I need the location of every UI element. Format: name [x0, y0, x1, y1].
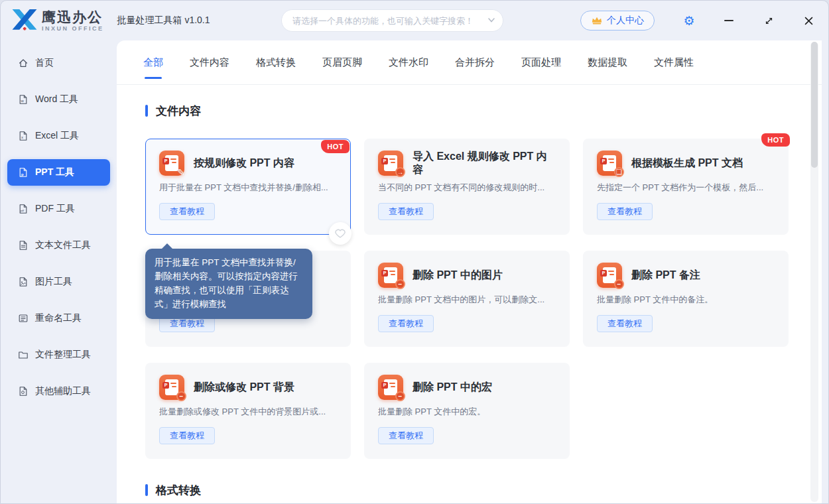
heart-icon: [334, 227, 346, 239]
ppt-background-delete-icon: P−: [159, 375, 184, 400]
word-doc-icon: w: [18, 94, 29, 105]
svg-text:x: x: [21, 135, 23, 139]
tool-card-header: P−删除 PPT 中的图片: [378, 262, 556, 288]
tool-card-title: 删除 PPT 备注: [631, 269, 700, 282]
settings-button[interactable]: ⚙: [681, 13, 697, 29]
sidebar-item-text-file-tools[interactable]: 文本文件工具: [7, 232, 110, 259]
sidebar-item-word-tools[interactable]: wWord 工具: [7, 86, 110, 113]
tooltip: 用于批量在 PPT 文档中查找并替换/删除相关内容。可以按指定内容进行精确查找，…: [145, 249, 312, 319]
app-logo: 鹰迅办公 INXUN OFFICE: [10, 7, 104, 34]
tab-file-properties[interactable]: 文件属性: [653, 52, 695, 73]
tool-card-header: P−删除 PPT 中的宏: [378, 374, 556, 401]
tab-data-extract[interactable]: 数据提取: [586, 52, 629, 73]
tab-all[interactable]: 全部: [142, 52, 164, 73]
close-icon: [804, 17, 813, 25]
ppt-edit-icon: P✎: [159, 151, 184, 176]
tab-file-content[interactable]: 文件内容: [188, 52, 231, 73]
titlebar-controls: 个人中心 ⚙: [580, 11, 828, 31]
sidebar-item-label: 其他辅助工具: [35, 385, 91, 397]
tooltip-text: 用于批量在 PPT 文档中查找并替换/删除相关内容。可以按指定内容进行精确查找，…: [155, 257, 298, 309]
tool-card-title: 删除 PPT 中的宏: [413, 381, 492, 394]
tab-file-watermark[interactable]: 文件水印: [387, 52, 430, 73]
brand: 鹰迅办公 INXUN OFFICE: [42, 10, 104, 32]
section-accent-bar: [145, 105, 148, 117]
scrollbar[interactable]: [810, 42, 818, 502]
sidebar: 首页wWord 工具xExcel 工具pPPT 工具pdfPDF 工具文本文件工…: [1, 40, 117, 503]
tool-card-title: 删除或修改 PPT 背景: [194, 381, 294, 394]
function-search-select[interactable]: [281, 9, 503, 32]
section-accent-bar: [145, 484, 148, 496]
view-tutorial-button[interactable]: 查看教程: [597, 315, 653, 332]
favorite-heart-button[interactable]: [329, 222, 351, 245]
minimize-icon: [724, 20, 733, 21]
tool-card[interactable]: P−删除 PPT 备注批量删除 PPT 文件中的备注。查看教程: [583, 251, 789, 347]
sidebar-item-label: PPT 工具: [35, 166, 74, 178]
tab-merge-split[interactable]: 合并拆分: [454, 52, 496, 73]
section-header-file-content: 文件内容: [145, 103, 822, 118]
section-title: 文件内容: [156, 103, 201, 119]
ppt-template-icon: P❏: [597, 151, 622, 176]
maximize-icon: [764, 16, 774, 26]
app-window: 鹰迅办公 INXUN OFFICE 批量处理工具箱 v1.0.1 个人中心 ⚙: [0, 0, 829, 504]
image-doc-icon: [18, 277, 29, 287]
user-center-button[interactable]: 个人中心: [580, 11, 655, 31]
text-doc-icon: [18, 240, 29, 251]
tooltip-arrow: [161, 243, 173, 249]
sidebar-item-ppt-tools[interactable]: pPPT 工具: [7, 159, 110, 186]
tool-card[interactable]: P−删除或修改 PPT 背景批量删除或修改 PPT 文件中的背景图片或...查看…: [145, 363, 351, 459]
section-header-format-convert: 格式转换: [145, 483, 822, 497]
sidebar-item-label: 重命名工具: [35, 312, 82, 324]
view-tutorial-button[interactable]: 查看教程: [378, 427, 434, 444]
close-button[interactable]: [800, 13, 816, 29]
view-tutorial-button[interactable]: 查看教程: [159, 427, 215, 444]
view-tutorial-button[interactable]: 查看教程: [378, 203, 434, 220]
tab-page-process[interactable]: 页面处理: [520, 52, 562, 73]
tab-header-footer[interactable]: 页眉页脚: [321, 52, 363, 73]
sidebar-item-label: 文本文件工具: [35, 239, 91, 251]
tool-card-title: 删除 PPT 中的图片: [413, 269, 503, 282]
tab-format-convert[interactable]: 格式转换: [255, 52, 297, 73]
sidebar-item-pdf-tools[interactable]: pdfPDF 工具: [7, 196, 110, 222]
brand-name-cn: 鹰迅办公: [42, 10, 104, 24]
svg-text:pdf: pdf: [21, 210, 25, 212]
sidebar-item-file-organize-tools[interactable]: 文件整理工具: [7, 342, 110, 368]
search-input[interactable]: [281, 9, 503, 32]
tool-card[interactable]: HOTP❏根据模板生成 PPT 文档先指定一个 PPT 文档作为一个模板，然后.…: [583, 139, 789, 235]
tool-card-description: 批量删除或修改 PPT 文件中的背景图片或...: [159, 406, 337, 419]
tool-card-description: 批量删除 PPT 文件中的宏。: [378, 406, 556, 419]
hot-badge: HOT: [321, 140, 350, 153]
sidebar-item-excel-tools[interactable]: xExcel 工具: [7, 123, 110, 149]
titlebar: 鹰迅办公 INXUN OFFICE 批量处理工具箱 v1.0.1 个人中心 ⚙: [1, 1, 828, 40]
view-tutorial-button[interactable]: 查看教程: [159, 203, 215, 220]
excel-doc-icon: x: [18, 131, 29, 141]
misc-doc-icon: [18, 386, 29, 397]
ppt-note-delete-icon: P−: [597, 263, 622, 288]
sidebar-item-home[interactable]: 首页: [7, 50, 110, 76]
svg-text:p: p: [21, 172, 24, 176]
tool-card[interactable]: HOTP✎按规则修改 PPT 内容用于批量在 PPT 文档中查找并替换/删除相.…: [145, 139, 351, 235]
sidebar-item-other-tools[interactable]: 其他辅助工具: [7, 378, 110, 405]
sidebar-item-image-tools[interactable]: 图片工具: [7, 269, 110, 295]
logo-x-icon: [10, 7, 39, 34]
tool-card-header: P✎按规则修改 PPT 内容: [159, 150, 337, 176]
ppt-image-delete-icon: P−: [378, 263, 403, 288]
user-center-label: 个人中心: [607, 15, 644, 27]
sidebar-item-label: Excel 工具: [35, 130, 79, 142]
tool-card[interactable]: P−删除 PPT 中的图片批量删除 PPT 文档中的图片，可以删除文...查看教…: [364, 251, 570, 347]
tool-card-description: 批量删除 PPT 文档中的图片，可以删除文...: [378, 294, 556, 307]
view-tutorial-button[interactable]: 查看教程: [597, 203, 653, 220]
rename-list-icon: [18, 313, 29, 324]
tool-card[interactable]: P→导入 Excel 规则修改 PPT 内容当不同的 PPT 文档有不同的修改规…: [364, 139, 570, 235]
scrollbar-thumb[interactable]: [811, 42, 818, 168]
tool-card-description: 当不同的 PPT 文档有不同的修改规则的时...: [378, 182, 556, 195]
sidebar-item-label: 文件整理工具: [35, 349, 91, 361]
view-tutorial-button[interactable]: 查看教程: [378, 315, 434, 332]
sidebar-item-rename-tools[interactable]: 重命名工具: [7, 305, 110, 332]
sidebar-item-label: PDF 工具: [35, 203, 75, 215]
tool-card[interactable]: P−删除 PPT 中的宏批量删除 PPT 文件中的宏。查看教程: [364, 363, 570, 459]
minimize-button[interactable]: [721, 13, 737, 29]
home-icon: [18, 58, 29, 68]
sidebar-item-label: 图片工具: [35, 276, 72, 288]
maximize-button[interactable]: [761, 13, 777, 29]
tool-card-description: 用于批量在 PPT 文档中查找并替换/删除相...: [159, 182, 337, 195]
